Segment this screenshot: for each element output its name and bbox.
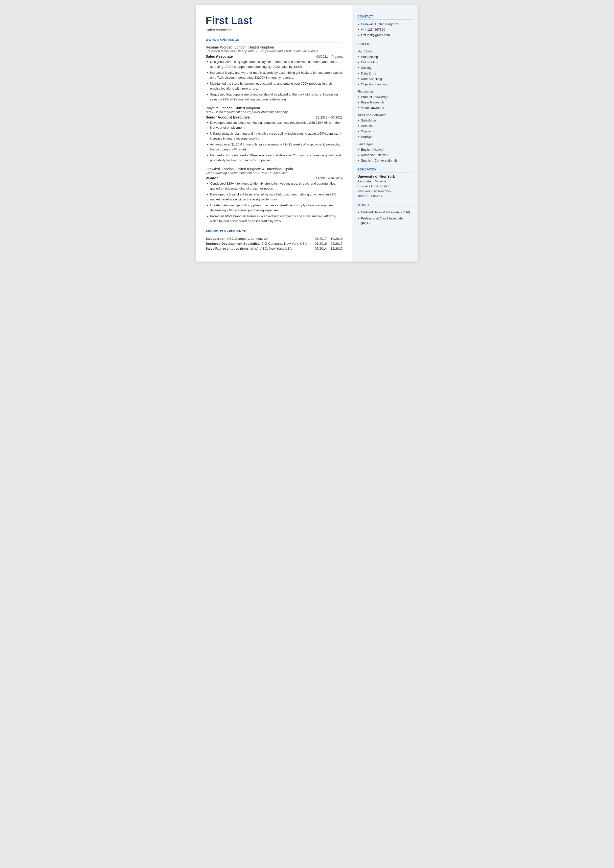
- skills-heading: SKILLS: [358, 42, 412, 47]
- education-heading: EDUCATION: [358, 168, 412, 172]
- tool-netsuite: Netsuite: [358, 123, 412, 129]
- job-dates-3: 11/2018 – 09/2019: [316, 176, 343, 180]
- prev-job-dates-1: 06/2017 – 10/2018: [315, 237, 343, 241]
- other-item-1: Certified Sales Professional (CSP): [358, 210, 412, 215]
- tool-hubspot: HubSpot: [358, 134, 412, 140]
- tools-label: Tools and Software:: [358, 113, 412, 117]
- skill-cold-calling: Cold Calling: [358, 60, 412, 65]
- sidebar: CONTACT Cornwall, United Kingdom +44 123…: [352, 5, 419, 262]
- language-romanian: Romanian (Native): [358, 152, 412, 158]
- bullet-item: Utilized strategic planning and innovati…: [206, 131, 343, 141]
- bullet-item: Increased loyalty and word-of-mouth adve…: [206, 70, 343, 80]
- language-spanish: Spanish (Conversational): [358, 158, 412, 163]
- education-block: University of New York Associate of Scie…: [358, 174, 412, 199]
- bullet-item: Maintained the store by sweeping, vacuum…: [206, 81, 343, 91]
- hard-skills-list: Prospecting Cold Calling Closing Data En…: [358, 54, 412, 87]
- contact-email: first.last@gmail.com: [358, 33, 412, 38]
- bullet-item: Achieved over $1.75M in monthly sales re…: [206, 142, 343, 152]
- company-name-2: Polyhire, London, United Kingdom: [206, 106, 343, 110]
- prev-job-role-2: Business Development Specialist, XYZ Com…: [206, 242, 307, 245]
- job-title-2: Senior Account Executive: [206, 115, 250, 119]
- language-english: English (Native): [358, 147, 412, 152]
- job-bullets-2: Developed and sustained continuing, comp…: [206, 120, 343, 163]
- edu-location: New York City, New York: [358, 189, 412, 194]
- bullet-item: Developed and sustained continuing, comp…: [206, 120, 343, 130]
- job-row-3: Vendor 11/2018 – 09/2019: [206, 176, 343, 180]
- languages-list: English (Native) Romanian (Native) Spani…: [358, 147, 412, 163]
- header: First Last Sales Associate: [206, 15, 343, 32]
- contact-location: Cornwall, United Kingdom: [358, 22, 412, 27]
- skill-closing: Closing: [358, 65, 412, 70]
- hard-skills-label: Hard Skills:: [358, 50, 412, 53]
- tool-copper: Copper: [358, 129, 412, 134]
- skill-door-knocking: Door Knocking: [358, 76, 412, 82]
- prev-job-row-1: Salesperson, ABC Company, London, UK 06/…: [206, 237, 343, 241]
- languages-label: Languages:: [358, 142, 412, 146]
- tool-salesforce: Salesforce: [358, 118, 412, 123]
- job-row-2: Senior Account Executive 10/2019 – 07/20…: [206, 115, 343, 119]
- techniques-label: Techniques:: [358, 90, 412, 93]
- skill-objection-handling: Objection handling: [358, 82, 412, 87]
- contact-phone: +44 1234567890: [358, 27, 412, 33]
- edu-degree: Associate of Science: [358, 179, 412, 184]
- company-name-1: Resume Worded, London, United Kingdom: [206, 45, 343, 49]
- job-dates-1: 08/2021 – Present: [316, 55, 343, 58]
- bullet-item: Promoted RW's brand awareness via advert…: [206, 214, 343, 224]
- edu-field: Business Administration: [358, 184, 412, 189]
- edu-school: University of New York: [358, 174, 412, 179]
- edu-dates: 10/2011 - 06/2014: [358, 194, 412, 199]
- previous-experience-heading: PREVIOUS EXPERIENCE: [206, 229, 343, 234]
- prev-job-row-2: Business Development Specialist, XYZ Com…: [206, 242, 343, 245]
- tools-list: Salesforce Netsuite Copper HubSpot: [358, 118, 412, 140]
- company-desc-3: Career training and membership SaaS with…: [206, 171, 343, 175]
- other-heading: OTHER: [358, 203, 412, 208]
- other-list: Certified Sales Professional (CSP) Profe…: [358, 210, 412, 226]
- contact-list: Cornwall, United Kingdom +44 1234567890 …: [358, 22, 412, 38]
- skill-prospecting: Prospecting: [358, 54, 412, 60]
- bullet-item: Designed advertising signs and displays …: [206, 59, 343, 69]
- bullet-item: Created relationships with suppliers to …: [206, 203, 343, 213]
- bullet-item: Developed a loyal client base referred b…: [206, 192, 343, 202]
- technique-product-knowledge: Product knowledge: [358, 94, 412, 100]
- job-bullets-1: Designed advertising signs and displays …: [206, 59, 343, 102]
- company-desc-1: Education technology startup with 50+ em…: [206, 49, 343, 53]
- bullet-item: Suggested that popular merchandise shoul…: [206, 92, 343, 102]
- prev-job-row-3: Sales Representative (Internship), ABC, …: [206, 247, 343, 250]
- job-title-1: Sales Associate: [206, 54, 233, 58]
- other-item-2: Professional Credit Associate (PCA): [358, 216, 412, 227]
- technique-value-downtime: Value Downtime: [358, 105, 412, 110]
- contact-heading: CONTACT: [358, 15, 412, 20]
- prev-job-dates-3: 07/2014 – 12/2015: [315, 247, 343, 250]
- main-column: First Last Sales Associate WORK EXPERIEN…: [196, 5, 352, 262]
- job-title-3: Vendor: [206, 176, 218, 180]
- company-desc-2: NYSE-listed recruitment and employer bra…: [206, 110, 343, 114]
- prev-job-dates-2: 01/2016 – 05/2017: [315, 242, 343, 245]
- job-block-2: Polyhire, London, United Kingdom NYSE-li…: [206, 106, 343, 163]
- job-block-3: Growthsi, London, United Kingdom & Barce…: [206, 167, 343, 224]
- skill-data-entry: Data Entry: [358, 71, 412, 76]
- bullet-item: Metored and coordinated a 30-person team…: [206, 153, 343, 163]
- bullet-item: Conducted 320+ interviews to identify st…: [206, 181, 343, 191]
- resume-page: First Last Sales Associate WORK EXPERIEN…: [196, 5, 419, 262]
- job-dates-2: 10/2019 – 07/2021: [316, 116, 343, 119]
- prev-job-role-3: Sales Representative (Internship), ABC, …: [206, 247, 292, 250]
- work-experience-heading: WORK EXPERIENCE: [206, 38, 343, 43]
- job-block-1: Resume Worded, London, United Kingdom Ed…: [206, 45, 343, 102]
- job-title: Sales Associate: [206, 28, 343, 32]
- company-name-3: Growthsi, London, United Kingdom & Barce…: [206, 167, 343, 171]
- job-row-1: Sales Associate 08/2021 – Present: [206, 54, 343, 58]
- full-name: First Last: [206, 15, 343, 26]
- technique-buyer-research: Buyer Research: [358, 100, 412, 105]
- prev-job-role-1: Salesperson, ABC Company, London, UK: [206, 237, 268, 241]
- previous-jobs: Salesperson, ABC Company, London, UK 06/…: [206, 237, 343, 250]
- job-bullets-3: Conducted 320+ interviews to identify st…: [206, 181, 343, 224]
- techniques-list: Product knowledge Buyer Research Value D…: [358, 94, 412, 110]
